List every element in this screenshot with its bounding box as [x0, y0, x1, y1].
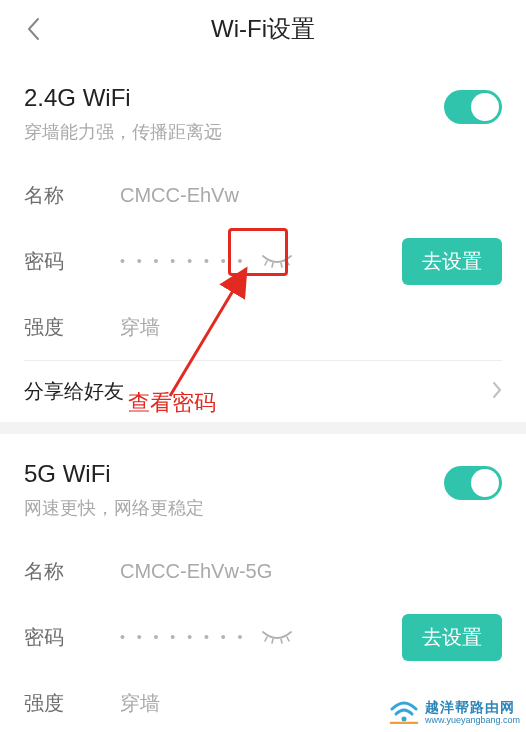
show-password-button-24g[interactable]: [260, 250, 294, 272]
wifi-24g-toggle[interactable]: [444, 90, 502, 124]
wifi-5g-section: 5G WiFi 网速更快，网络更稳定 名称 CMCC-EhVw-5G 密码 • …: [0, 434, 526, 732]
wifi-5g-toggle[interactable]: [444, 466, 502, 500]
svg-line-5: [272, 639, 273, 643]
back-button[interactable]: [24, 14, 42, 44]
wifi-5g-desc: 网速更快，网络更稳定: [24, 496, 444, 520]
svg-line-1: [272, 263, 273, 267]
chevron-right-icon: [492, 381, 502, 403]
show-password-button-5g[interactable]: [260, 626, 294, 648]
share-row[interactable]: 分享给好友: [24, 360, 502, 422]
svg-line-7: [287, 637, 289, 641]
wifi-5g-title: 5G WiFi: [24, 460, 444, 488]
eye-closed-icon: [260, 250, 294, 272]
wifi-24g-password-row: 密码 • • • • • • • • 去设置: [24, 228, 502, 294]
wifi-24g-name-row: 名称 CMCC-EhVw: [24, 162, 502, 228]
wifi-5g-name-value: CMCC-EhVw-5G: [120, 560, 502, 583]
wifi-5g-strength-row: 强度 穿墙: [24, 670, 502, 732]
go-settings-button-5g[interactable]: 去设置: [402, 614, 502, 661]
eye-closed-icon: [260, 626, 294, 648]
svg-line-0: [265, 261, 267, 265]
wifi-24g-strength-row: 强度 穿墙: [24, 294, 502, 360]
wifi-24g-name-value: CMCC-EhVw: [120, 184, 502, 207]
go-settings-button-24g[interactable]: 去设置: [402, 238, 502, 285]
toggle-knob: [471, 93, 499, 121]
toggle-knob: [471, 469, 499, 497]
password-label: 密码: [24, 624, 120, 651]
name-label: 名称: [24, 182, 120, 209]
svg-line-4: [265, 637, 267, 641]
wifi-24g-title: 2.4G WiFi: [24, 84, 444, 112]
password-label: 密码: [24, 248, 120, 275]
password-dots: • • • • • • • •: [120, 253, 246, 269]
strength-label: 强度: [24, 314, 120, 341]
page-title: Wi-Fi设置: [0, 13, 526, 45]
wifi-5g-name-row: 名称 CMCC-EhVw-5G: [24, 538, 502, 604]
wifi-24g-section: 2.4G WiFi 穿墙能力强，传播距离远 名称 CMCC-EhVw 密码 • …: [0, 58, 526, 434]
wifi-5g-strength-value: 穿墙: [120, 690, 502, 717]
wifi-24g-strength-value: 穿墙: [120, 314, 502, 341]
strength-label: 强度: [24, 690, 120, 717]
password-dots: • • • • • • • •: [120, 629, 246, 645]
name-label: 名称: [24, 558, 120, 585]
chevron-left-icon: [26, 17, 40, 41]
share-label: 分享给好友: [24, 378, 124, 405]
svg-line-3: [287, 261, 289, 265]
svg-line-2: [281, 263, 282, 267]
svg-line-6: [281, 639, 282, 643]
wifi-24g-desc: 穿墙能力强，传播距离远: [24, 120, 444, 144]
wifi-5g-password-row: 密码 • • • • • • • • 去设置: [24, 604, 502, 670]
